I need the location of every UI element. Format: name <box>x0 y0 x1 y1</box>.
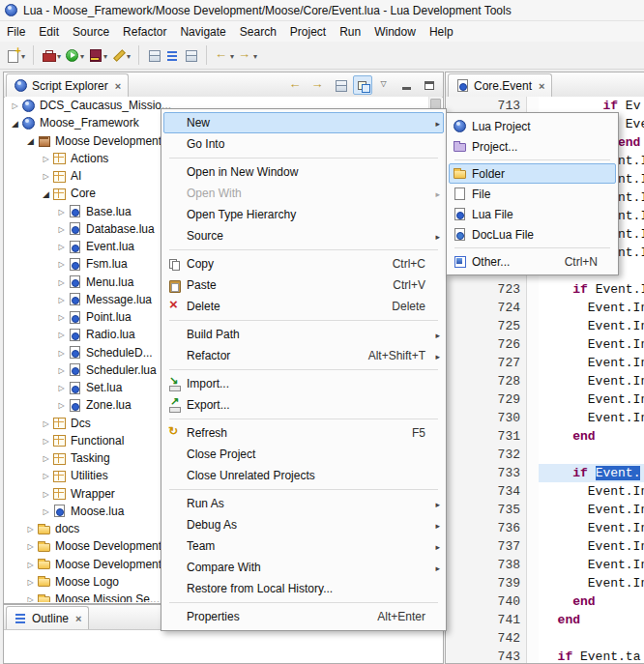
menu-item-folder[interactable]: Folder <box>449 163 616 184</box>
tab-outline[interactable]: Outline <box>6 606 89 629</box>
collapsed-twistie-icon[interactable] <box>40 470 52 481</box>
maximize-button[interactable] <box>420 75 439 95</box>
forward-button[interactable] <box>236 45 259 66</box>
collapsed-twistie-icon[interactable] <box>40 505 52 517</box>
menu-item-export[interactable]: Export... <box>163 394 444 416</box>
menubar-item-help[interactable]: Help <box>423 23 460 41</box>
menubar-item-refactor[interactable]: Refactor <box>116 23 173 41</box>
collapsed-twistie-icon[interactable] <box>55 276 68 288</box>
collapsed-twistie-icon[interactable] <box>55 241 68 252</box>
collapsed-twistie-icon[interactable] <box>55 258 68 270</box>
collapse-all-button[interactable] <box>331 75 350 95</box>
maximize-icon <box>423 78 437 93</box>
collapsed-twistie-icon[interactable] <box>24 559 37 570</box>
menu-item-open-in-new-window[interactable]: Open in New Window <box>163 161 444 183</box>
menu-item-doclua-file[interactable]: DocLua File <box>449 224 616 245</box>
collapsed-twistie-icon[interactable] <box>24 523 37 534</box>
menu-item-run-as[interactable]: Run As <box>163 493 444 514</box>
collapsed-twistie-icon[interactable] <box>40 418 52 429</box>
menu-item-close-project[interactable]: Close Project <box>163 444 444 465</box>
lua-icon <box>68 204 82 218</box>
back-button[interactable] <box>213 45 236 66</box>
menu-item-refactor[interactable]: RefactorAlt+Shift+T <box>163 345 444 366</box>
menu-item-open-type-hierarchy[interactable]: Open Type Hierarchy <box>163 204 444 225</box>
close-icon[interactable] <box>112 79 121 93</box>
menu-item-build-path[interactable]: Build Path <box>163 324 444 345</box>
close-icon[interactable] <box>73 612 81 625</box>
menu-item-source[interactable]: Source <box>163 225 444 246</box>
dropdown-caret-icon[interactable] <box>126 48 131 62</box>
external-tools-button[interactable] <box>40 45 63 66</box>
back-button[interactable] <box>286 75 306 95</box>
open-perspective-button[interactable] <box>145 45 163 66</box>
dropdown-caret-icon[interactable] <box>252 48 257 62</box>
menubar-item-project[interactable]: Project <box>283 23 333 41</box>
collapsed-twistie-icon[interactable] <box>40 170 52 182</box>
show-view-button[interactable] <box>163 45 182 66</box>
tab-script-explorer[interactable]: Script Explorer <box>6 73 129 97</box>
minimize-button[interactable] <box>397 75 417 95</box>
collapsed-twistie-icon[interactable] <box>55 311 68 323</box>
collapsed-twistie-icon[interactable] <box>55 364 68 376</box>
menubar-item-search[interactable]: Search <box>233 23 283 41</box>
menubar-item-navigate[interactable]: Navigate <box>173 23 232 41</box>
dropdown-caret-icon[interactable] <box>102 48 107 62</box>
menu-item-properties[interactable]: PropertiesAlt+Enter <box>163 606 444 627</box>
menu-item-import[interactable]: Import... <box>163 373 444 394</box>
fast-view-button[interactable] <box>182 45 200 66</box>
menubar-item-window[interactable]: Window <box>367 23 423 41</box>
close-icon[interactable] <box>536 79 544 93</box>
menubar-item-edit[interactable]: Edit <box>32 23 66 41</box>
collapsed-twistie-icon[interactable] <box>40 435 52 447</box>
menu-item-lua-file[interactable]: Lua File <box>449 204 616 224</box>
mark-occurrences-button[interactable] <box>109 45 132 66</box>
menu-item-compare-with[interactable]: Compare With <box>163 557 444 578</box>
expanded-twistie-icon[interactable] <box>9 118 21 129</box>
view-menu-button[interactable] <box>375 75 395 95</box>
menu-item-project[interactable]: Project... <box>449 136 616 157</box>
menu-item-open-with[interactable]: Open With <box>163 183 444 204</box>
collapsed-twistie-icon[interactable] <box>55 223 68 235</box>
link-with-editor-button[interactable] <box>353 75 372 95</box>
menu-item-refresh[interactable]: RefreshF5 <box>163 422 444 444</box>
menu-item-file[interactable]: File <box>449 184 616 204</box>
collapsed-twistie-icon[interactable] <box>24 576 37 588</box>
collapsed-twistie-icon[interactable] <box>55 294 68 305</box>
collapsed-twistie-icon[interactable] <box>24 540 37 552</box>
menu-item-other[interactable]: Other...Ctrl+N <box>449 251 616 272</box>
coverage-button[interactable] <box>86 45 109 66</box>
menubar-item-file[interactable]: File <box>0 23 32 41</box>
menu-item-close-unrelated-projects[interactable]: Close Unrelated Projects <box>163 465 444 486</box>
run-button[interactable] <box>63 45 86 66</box>
tab-core-event[interactable]: Core.Event <box>448 73 552 97</box>
menu-item-new[interactable]: New <box>163 112 444 133</box>
collapsed-twistie-icon[interactable] <box>40 153 52 164</box>
collapsed-twistie-icon[interactable] <box>40 488 52 500</box>
dropdown-caret-icon[interactable] <box>79 48 84 62</box>
dropdown-caret-icon[interactable] <box>56 48 61 62</box>
collapsed-twistie-icon[interactable] <box>55 206 68 217</box>
collapsed-twistie-icon[interactable] <box>55 329 68 340</box>
menu-item-paste[interactable]: PasteCtrl+V <box>163 274 444 296</box>
dropdown-caret-icon[interactable] <box>229 48 234 62</box>
menubar-item-run[interactable]: Run <box>333 23 367 41</box>
menu-item-lua-project[interactable]: Lua Project <box>449 116 616 136</box>
menubar-item-source[interactable]: Source <box>66 23 116 41</box>
forward-button[interactable] <box>308 75 328 95</box>
expanded-twistie-icon[interactable] <box>24 135 37 146</box>
collapsed-twistie-icon[interactable] <box>55 399 68 411</box>
menu-item-team[interactable]: Team <box>163 535 444 557</box>
menu-item-delete[interactable]: DeleteDelete <box>163 296 444 317</box>
menu-item-copy[interactable]: CopyCtrl+C <box>163 253 444 274</box>
collapsed-twistie-icon[interactable] <box>24 593 37 602</box>
menu-item-go-into[interactable]: Go Into <box>163 133 444 155</box>
new-wizard-button[interactable] <box>4 45 27 66</box>
menu-item-restore-from-local-history[interactable]: Restore from Local History... <box>163 578 444 599</box>
expanded-twistie-icon[interactable] <box>40 188 52 199</box>
collapsed-twistie-icon[interactable] <box>55 347 68 359</box>
collapsed-twistie-icon[interactable] <box>55 382 68 393</box>
collapsed-twistie-icon[interactable] <box>40 452 52 464</box>
code-text: Event.In <box>539 317 644 335</box>
menu-item-debug-as[interactable]: Debug As <box>163 514 444 535</box>
collapsed-twistie-icon[interactable] <box>9 100 21 111</box>
